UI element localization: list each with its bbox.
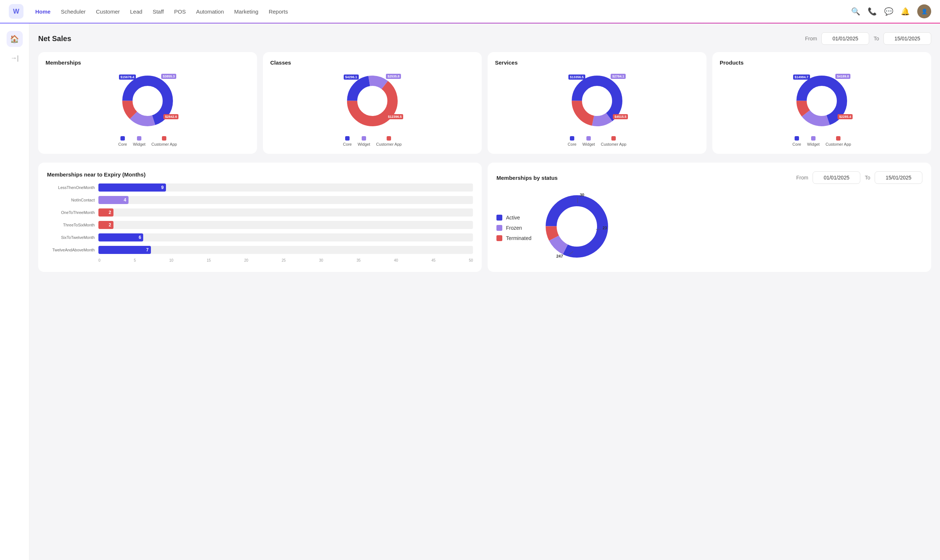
customer-app-dot bbox=[162, 136, 166, 140]
chart-legend: Core Widget Customer App bbox=[720, 136, 924, 146]
ms-to-label: To bbox=[865, 175, 870, 180]
ms-from-input[interactable]: 01/01/2025 bbox=[812, 171, 860, 184]
core-label: $14984.7 bbox=[793, 74, 810, 80]
bar-track: 6 bbox=[99, 233, 473, 242]
donut-svg bbox=[792, 72, 851, 130]
donut-svg bbox=[118, 72, 177, 130]
legend-widget: Widget bbox=[582, 136, 595, 146]
legend-customer-app: Customer App bbox=[826, 136, 851, 146]
membership-status-title: Memberships by status bbox=[496, 175, 797, 181]
widget-legend-label: Widget bbox=[582, 142, 595, 146]
chart-title: Classes bbox=[270, 60, 475, 66]
customer-app-dot bbox=[387, 136, 391, 140]
chart-card-classes: Classes $4296.1 $2535.8 $12396.5 Core Wi… bbox=[263, 52, 482, 154]
net-sales-cards: Memberships $15678.4 $3855.3 $2842.6 Cor… bbox=[38, 52, 931, 154]
legend-core: Core bbox=[568, 136, 576, 146]
net-sales-title: Net Sales bbox=[38, 34, 805, 43]
nav-customer[interactable]: Customer bbox=[96, 8, 120, 15]
whatsapp-icon[interactable]: 💬 bbox=[884, 7, 893, 16]
customer-app-label: $4515.5 bbox=[613, 114, 628, 119]
donut-svg bbox=[568, 72, 626, 130]
status-dot bbox=[496, 235, 502, 241]
nav-home[interactable]: Home bbox=[35, 8, 51, 15]
status-dot bbox=[496, 215, 502, 220]
main-content: Net Sales From 01/01/2025 To 15/01/2025 … bbox=[29, 23, 940, 560]
sidebar: 🏠 →| bbox=[0, 23, 29, 560]
axis-label: 5 bbox=[134, 258, 136, 262]
net-sales-header: Net Sales From 01/01/2025 To 15/01/2025 bbox=[38, 32, 931, 45]
bar-track: 4 bbox=[99, 196, 473, 204]
net-sales-from-input[interactable]: 01/01/2025 bbox=[821, 32, 869, 45]
core-dot bbox=[570, 136, 574, 140]
chart-card-products: Products $14984.7 $4189.8 $2285.4 Core W… bbox=[712, 52, 931, 154]
nav-scheduler[interactable]: Scheduler bbox=[61, 8, 86, 15]
widget-label: $3855.3 bbox=[161, 74, 176, 79]
phone-icon[interactable]: 📞 bbox=[868, 7, 877, 16]
bottom-grid: Memberships near to Expiry (Months) Less… bbox=[38, 163, 931, 272]
axis-label: 20 bbox=[244, 258, 248, 262]
core-label: $4296.1 bbox=[344, 74, 359, 80]
widget-dot bbox=[811, 136, 815, 140]
chart-card-memberships: Memberships $15678.4 $3855.3 $2842.6 Cor… bbox=[38, 52, 257, 154]
notification-icon[interactable]: 🔔 bbox=[901, 7, 910, 16]
core-label: $15678.4 bbox=[119, 74, 136, 80]
chart-legend: Core Widget Customer App bbox=[46, 136, 250, 146]
legend-core: Core bbox=[792, 136, 801, 146]
status-legend-item: Frozen bbox=[496, 225, 531, 231]
customer-app-label: $2285.4 bbox=[838, 114, 853, 119]
status-label: Frozen bbox=[506, 225, 522, 231]
donut-wrap: $13356.5 $2784.1 $4515.5 bbox=[568, 72, 626, 130]
search-icon[interactable]: 🔍 bbox=[851, 7, 860, 16]
core-label: $13356.5 bbox=[569, 74, 585, 80]
nav-reports[interactable]: Reports bbox=[269, 8, 288, 15]
bar-label: OneToThreeMonth bbox=[47, 210, 95, 215]
svg-point-15 bbox=[807, 87, 836, 115]
bar-label: ThreeToSixMonth bbox=[47, 223, 95, 227]
axis-label: 50 bbox=[469, 258, 473, 262]
bar-row: OneToThreeMonth 2 bbox=[47, 208, 473, 217]
status-legend-item: Active bbox=[496, 215, 531, 220]
membership-status-content: Active Frozen Terminated 30 23 247 bbox=[496, 190, 922, 263]
avatar[interactable]: 👤 bbox=[917, 5, 931, 18]
customer-app-label: $12396.5 bbox=[386, 114, 403, 119]
expiry-bar-chart: LessThenOneMonth 9 NotInContact 4 OneToT… bbox=[47, 183, 473, 254]
core-legend-label: Core bbox=[118, 142, 127, 146]
bar-track: 9 bbox=[99, 183, 473, 192]
customer-app-dot bbox=[836, 136, 840, 140]
logo[interactable]: W bbox=[9, 4, 23, 19]
core-legend-label: Core bbox=[792, 142, 801, 146]
ms-to-input[interactable]: 15/01/2025 bbox=[875, 171, 922, 184]
nav-lead[interactable]: Lead bbox=[130, 8, 142, 15]
membership-status-filter: From 01/01/2025 To 15/01/2025 bbox=[797, 171, 922, 184]
axis-label: 30 bbox=[319, 258, 323, 262]
layout: 🏠 →| Net Sales From 01/01/2025 To 15/01/… bbox=[0, 23, 940, 560]
terminated-count-label: 23 bbox=[603, 226, 607, 230]
svg-point-7 bbox=[358, 87, 387, 115]
bar-label: NotInContact bbox=[47, 198, 95, 202]
net-sales-to-input[interactable]: 15/01/2025 bbox=[883, 32, 931, 45]
status-legend-item: Terminated bbox=[496, 235, 531, 241]
nav-staff[interactable]: Staff bbox=[153, 8, 164, 15]
sidebar-collapse-arrow[interactable]: →| bbox=[10, 54, 19, 62]
widget-legend-label: Widget bbox=[807, 142, 820, 146]
membership-status-card: Memberships by status From 01/01/2025 To… bbox=[488, 163, 931, 272]
sidebar-home-icon[interactable]: 🏠 bbox=[7, 31, 23, 47]
bar-fill: 6 bbox=[99, 233, 143, 242]
nav-marketing[interactable]: Marketing bbox=[234, 8, 259, 15]
widget-legend-label: Widget bbox=[133, 142, 145, 146]
nav-pos[interactable]: POS bbox=[174, 8, 186, 15]
axis-label: 15 bbox=[207, 258, 211, 262]
bar-row: TwelveAndAboveMonth 7 bbox=[47, 246, 473, 254]
bar-track: 2 bbox=[99, 208, 473, 217]
donut-svg bbox=[343, 72, 402, 130]
bar-label: TwelveAndAboveMonth bbox=[47, 248, 95, 252]
net-sales-to-label: To bbox=[874, 35, 879, 42]
customer-app-legend-label: Customer App bbox=[601, 142, 626, 146]
bar-row: ThreeToSixMonth 2 bbox=[47, 221, 473, 229]
status-legend: Active Frozen Terminated bbox=[496, 215, 531, 241]
status-dot bbox=[496, 225, 502, 231]
nav-automation[interactable]: Automation bbox=[196, 8, 224, 15]
topnav-right: 🔍 📞 💬 🔔 👤 bbox=[851, 5, 931, 18]
legend-widget: Widget bbox=[807, 136, 820, 146]
legend-widget: Widget bbox=[358, 136, 370, 146]
